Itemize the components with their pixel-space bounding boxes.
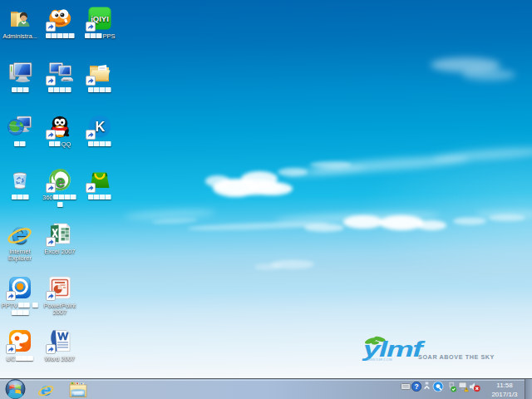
svg-text:?: ?: [414, 382, 418, 391]
svg-text:K: K: [96, 119, 106, 134]
svg-text:SOAR ABOVE THE SKY: SOAR ABOVE THE SKY: [418, 353, 495, 361]
svg-text:WWW.YLMF-Z.COM: WWW.YLMF-Z.COM: [367, 358, 392, 362]
svg-text:e: e: [56, 171, 66, 190]
